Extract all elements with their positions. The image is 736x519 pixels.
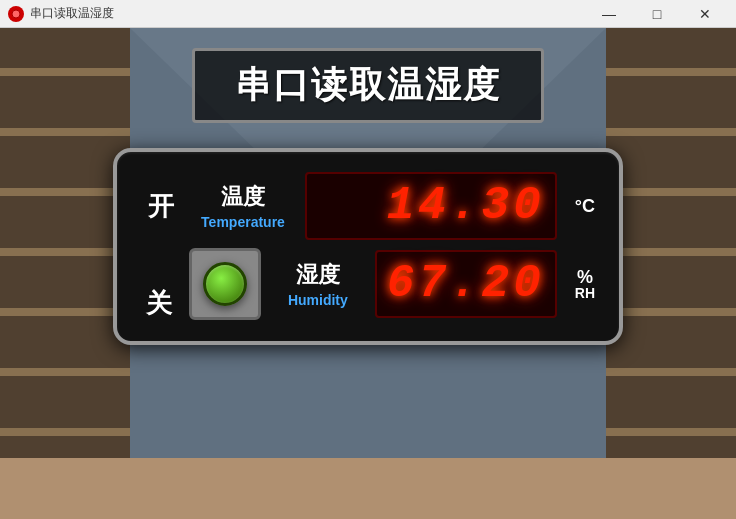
humidity-unit-percent: % xyxy=(577,268,593,286)
humidity-display: 67.20 xyxy=(375,250,557,318)
main-title: 串口读取温湿度 xyxy=(235,61,501,110)
humidity-row: 关 湿度 Humidity 67.20 % RH xyxy=(141,246,595,321)
toggle-switch-container[interactable] xyxy=(189,248,261,320)
humidity-unit: % RH xyxy=(575,268,595,300)
window-controls: — □ ✕ xyxy=(586,0,728,28)
humidity-chinese-label: 湿度 xyxy=(296,260,340,290)
app-icon xyxy=(8,6,24,22)
temperature-unit: °C xyxy=(575,197,595,215)
window-title-text: 串口读取温湿度 xyxy=(30,5,114,22)
temperature-unit-top: °C xyxy=(575,197,595,215)
status-off-label: 关 xyxy=(141,286,177,321)
title-bar-left: 串口读取温湿度 xyxy=(8,5,586,22)
humidity-value: 67.20 xyxy=(387,258,545,310)
temperature-row: 开 温度 Temperature 14.30 °C xyxy=(141,172,595,240)
temperature-chinese-label: 温度 xyxy=(221,182,265,212)
panel-inner: 开 温度 Temperature 14.30 °C 关 xyxy=(141,172,595,321)
svg-point-0 xyxy=(12,10,20,18)
display-panel: 开 温度 Temperature 14.30 °C 关 xyxy=(113,148,623,345)
temperature-value: 14.30 xyxy=(387,180,545,232)
title-container: 串口读取温湿度 xyxy=(192,48,544,123)
minimize-button[interactable]: — xyxy=(586,0,632,28)
temperature-english-label: Temperature xyxy=(201,214,285,230)
toggle-switch-button[interactable] xyxy=(203,262,247,306)
background: 串口读取温湿度 开 温度 Temperature 14.30 °C 关 xyxy=(0,28,736,519)
humidity-english-label: Humidity xyxy=(288,292,348,308)
temperature-label-group: 温度 Temperature xyxy=(193,182,293,230)
temperature-display: 14.30 xyxy=(305,172,557,240)
status-on-label: 开 xyxy=(141,189,181,224)
close-button[interactable]: ✕ xyxy=(682,0,728,28)
humidity-unit-rh: RH xyxy=(575,286,595,300)
humidity-label-group: 湿度 Humidity xyxy=(273,260,363,308)
window-titlebar: 串口读取温湿度 — □ ✕ xyxy=(0,0,736,28)
maximize-button[interactable]: □ xyxy=(634,0,680,28)
